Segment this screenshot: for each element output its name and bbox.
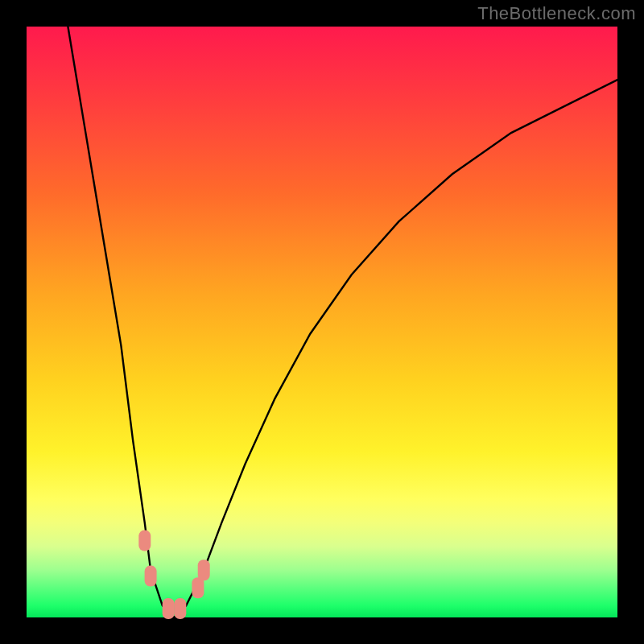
marker-pt-b	[145, 566, 157, 587]
marker-pt-f	[198, 559, 210, 580]
watermark-text: TheBottleneck.com	[477, 3, 636, 24]
marker-pt-e	[192, 577, 204, 598]
marker-pt-c	[163, 598, 175, 619]
bottleneck-curve	[68, 27, 617, 617]
plot-area	[27, 27, 617, 617]
marker-pt-a	[138, 530, 151, 551]
outer-frame: TheBottleneck.com	[0, 0, 644, 644]
marker-group	[138, 530, 209, 619]
curve-layer	[27, 27, 617, 617]
marker-pt-d	[174, 598, 186, 619]
